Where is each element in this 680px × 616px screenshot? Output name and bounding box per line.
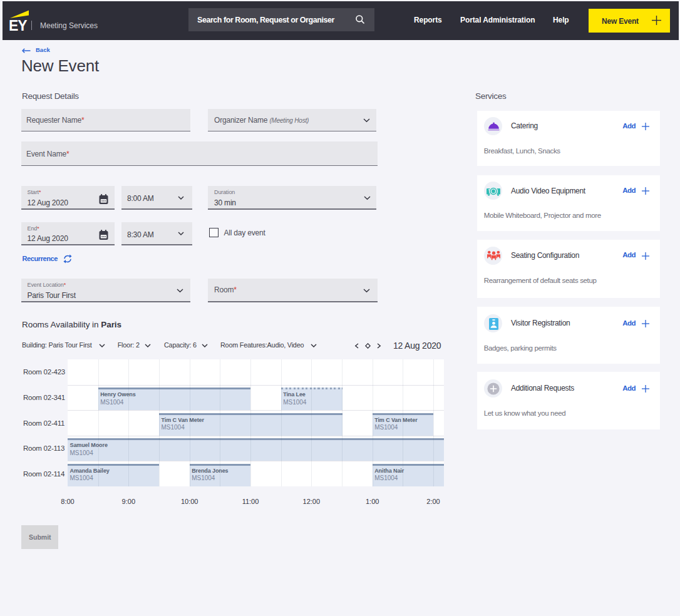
- svg-text:EY: EY: [9, 18, 27, 31]
